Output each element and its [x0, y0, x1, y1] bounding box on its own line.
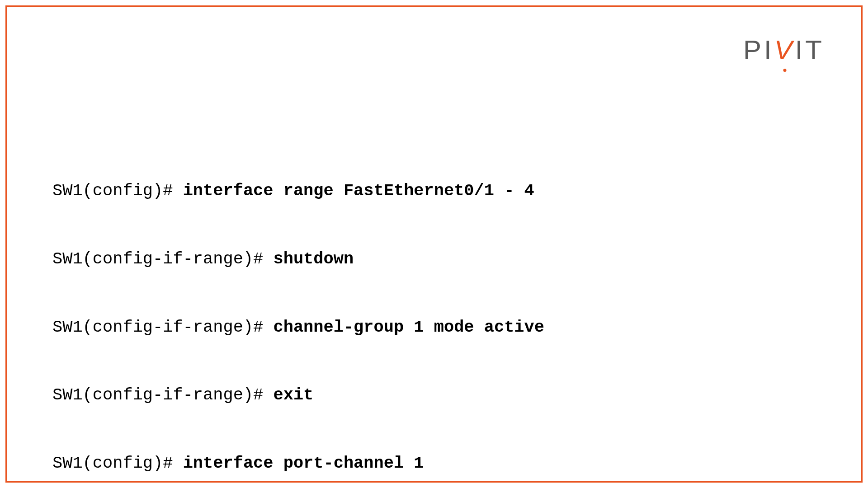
- cli-command: interface range FastEthernet0/1 - 4: [183, 181, 534, 200]
- pivit-logo: PIVIT: [743, 34, 825, 66]
- cli-command: channel-group 1 mode active: [273, 318, 544, 337]
- cli-prompt: SW1(config-if-range)#: [52, 385, 273, 404]
- terminal-line: SW1(config-if-range)# exit: [52, 384, 544, 406]
- terminal-line: SW1(config)# interface range FastEtherne…: [52, 179, 544, 202]
- cli-command: exit: [273, 385, 313, 404]
- cli-prompt: SW1(config)#: [52, 454, 183, 473]
- logo-text-it: IT: [795, 35, 825, 65]
- cli-command: interface port-channel 1: [183, 454, 424, 473]
- cli-prompt: SW1(config)#: [52, 181, 183, 200]
- cli-prompt: SW1(config-if-range)#: [52, 318, 273, 337]
- terminal-block: SW1(config)# interface range FastEtherne…: [52, 134, 544, 488]
- cli-command: shutdown: [273, 249, 354, 268]
- slide-frame: PIVIT SW1(config)# interface range FastE…: [5, 5, 863, 483]
- cli-prompt: SW1(config-if-range)#: [52, 249, 273, 268]
- terminal-line: SW1(config-if-range)# shutdown: [52, 248, 544, 270]
- terminal-line: SW1(config)# interface port-channel 1: [52, 452, 544, 474]
- terminal-line: SW1(config-if-range)# channel-group 1 mo…: [52, 316, 544, 338]
- logo-text-pi: PI: [743, 35, 774, 65]
- logo-text-v: V: [774, 34, 795, 66]
